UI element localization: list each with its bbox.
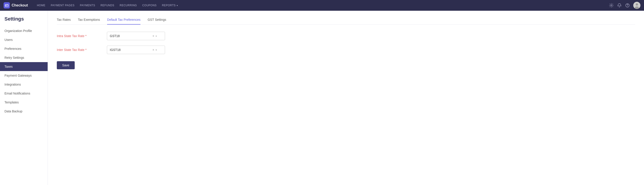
- intra-state-label: Intra State Tax Rate *: [57, 34, 102, 38]
- main-content: Tax Rates Tax Exemptions Default Tax Pre…: [48, 11, 644, 185]
- intra-state-value: GST18: [110, 34, 152, 38]
- sidebar-item-integrations[interactable]: Integrations: [0, 80, 48, 89]
- main-layout: Settings Organization Profile Users Pref…: [0, 11, 644, 185]
- sidebar-item-payment-gateways[interactable]: Payment Gateways: [0, 71, 48, 80]
- intra-state-select-actions: × ▾: [152, 34, 157, 38]
- inter-state-select[interactable]: IGST18 × ▾: [107, 46, 165, 54]
- user-avatar[interactable]: [633, 2, 640, 9]
- svg-point-6: [636, 3, 638, 5]
- inter-state-select-wrapper: IGST18 × ▾: [107, 46, 165, 54]
- svg-point-4: [627, 6, 628, 7]
- svg-rect-0: [5, 4, 8, 7]
- tab-tax-exemptions[interactable]: Tax Exemptions: [78, 18, 100, 24]
- nav-links: HOME PAYMENT PAGES PAYMENTS REFUNDS RECU…: [37, 4, 604, 7]
- nav-payment-pages[interactable]: PAYMENT PAGES: [51, 4, 74, 7]
- sidebar-item-users[interactable]: Users: [0, 35, 48, 44]
- inter-state-required: *: [85, 48, 86, 52]
- default-tax-preferences-form: Intra State Tax Rate * GST18 × ▾ I: [57, 32, 635, 69]
- nav-coupons[interactable]: COUPONS: [142, 4, 156, 7]
- sidebar-item-email-notifications[interactable]: Email Notifications: [0, 89, 48, 98]
- sidebar-item-organization-profile[interactable]: Organization Profile: [0, 26, 48, 35]
- notifications-icon[interactable]: [617, 3, 622, 7]
- intra-state-row: Intra State Tax Rate * GST18 × ▾: [57, 32, 635, 40]
- intra-state-select-wrapper: GST18 × ▾: [107, 32, 165, 40]
- topnav-actions: [609, 2, 640, 9]
- brand-name: Checkout: [12, 3, 28, 7]
- tab-tax-rates[interactable]: Tax Rates: [57, 18, 71, 24]
- settings-icon[interactable]: [609, 3, 614, 7]
- intra-state-required: *: [85, 34, 86, 38]
- intra-state-clear-icon[interactable]: ×: [152, 34, 154, 38]
- settings-title: Settings: [0, 16, 48, 26]
- nav-recurring[interactable]: RECURRING: [120, 4, 137, 7]
- sidebar-item-templates[interactable]: Templates: [0, 98, 48, 107]
- brand-logo[interactable]: Checkout: [4, 2, 28, 8]
- intra-state-select[interactable]: GST18 × ▾: [107, 32, 165, 40]
- top-navigation: Checkout HOME PAYMENT PAGES PAYMENTS REF…: [0, 0, 644, 11]
- inter-state-select-actions: × ▾: [152, 48, 157, 52]
- brand-icon: [4, 2, 10, 8]
- inter-state-chevron-down-icon: ▾: [156, 49, 157, 51]
- inter-state-clear-icon[interactable]: ×: [152, 48, 154, 52]
- inter-state-value: IGST18: [110, 48, 152, 52]
- nav-payments[interactable]: PAYMENTS: [80, 4, 95, 7]
- help-icon[interactable]: [625, 3, 630, 7]
- svg-rect-1: [6, 5, 6, 6]
- sidebar-item-data-backup[interactable]: Data Backup: [0, 107, 48, 116]
- tab-default-tax-preferences[interactable]: Default Tax Preferences: [107, 18, 140, 24]
- tab-gst-settings[interactable]: GST Settings: [148, 18, 166, 24]
- sidebar-item-retry-settings[interactable]: Retry Settings: [0, 53, 48, 62]
- inter-state-row: Inter State Tax Rate * IGST18 × ▾: [57, 46, 635, 54]
- inter-state-label: Inter State Tax Rate *: [57, 48, 102, 52]
- nav-reports[interactable]: REPORTS ▾: [162, 4, 178, 7]
- chevron-down-icon: ▾: [177, 4, 178, 7]
- sidebar: Settings Organization Profile Users Pref…: [0, 11, 48, 185]
- intra-state-chevron-down-icon: ▾: [156, 35, 157, 37]
- sidebar-item-taxes[interactable]: Taxes: [0, 62, 48, 71]
- nav-refunds[interactable]: REFUNDS: [100, 4, 114, 7]
- tabs-bar: Tax Rates Tax Exemptions Default Tax Pre…: [57, 18, 635, 24]
- svg-point-2: [611, 5, 612, 6]
- save-button[interactable]: Save: [57, 61, 75, 69]
- nav-home[interactable]: HOME: [37, 4, 46, 7]
- sidebar-item-preferences[interactable]: Preferences: [0, 44, 48, 53]
